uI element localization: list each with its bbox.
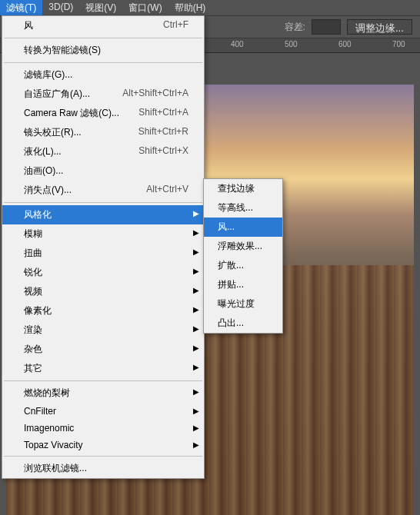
menu-filter-gallery[interactable]: 滤镜库(G)... (2, 65, 204, 85)
submenu-arrow-icon: ▶ (193, 228, 199, 237)
menu-help[interactable]: 帮助(H) (168, 0, 212, 15)
submenu-arrow-icon: ▶ (193, 248, 199, 256)
separator (4, 38, 202, 38)
menu-burning-tree[interactable]: 燃烧的梨树▶ (2, 384, 204, 403)
sub-diffuse[interactable]: 扩散... (204, 256, 282, 275)
menu-other[interactable]: 其它▶ (2, 359, 204, 378)
menu-label: 渲染 (24, 324, 42, 337)
menu-sharpen[interactable]: 锐化▶ (2, 263, 204, 282)
menu-lens-correction[interactable]: 镜头校正(R)...Shift+Ctrl+R (2, 123, 204, 142)
menu-stylize[interactable]: 风格化▶ (2, 205, 204, 224)
menu-label: 风 (24, 19, 33, 32)
menu-3d[interactable]: 3D(D) (42, 0, 79, 15)
menu-topaz[interactable]: Topaz Vivacity▶ (2, 437, 204, 454)
submenu-arrow-icon: ▶ (193, 324, 199, 333)
sub-contour[interactable]: 等高线... (204, 198, 282, 218)
shortcut: Shift+Ctrl+A (138, 107, 188, 120)
menu-label: 锐化 (24, 266, 42, 279)
filter-dropdown: 风Ctrl+F 转换为智能滤镜(S) 滤镜库(G)... 自适应广角(A)...… (2, 15, 205, 479)
ruler-tick: 400 (231, 40, 244, 48)
menu-video[interactable]: 视频▶ (2, 282, 204, 301)
sub-tiles[interactable]: 拼贴... (204, 275, 282, 294)
menu-label: 其它 (24, 362, 42, 375)
menu-label: Imagenomic (24, 423, 74, 434)
menu-label: 视频 (24, 285, 42, 298)
tolerance-label: 容差: (285, 21, 305, 34)
menu-vanishing-point[interactable]: 消失点(V)...Alt+Ctrl+V (2, 181, 204, 200)
menu-oil-paint[interactable]: 油画(O)... (2, 161, 204, 181)
submenu-arrow-icon: ▶ (193, 407, 199, 415)
submenu-arrow-icon: ▶ (193, 440, 199, 449)
menu-label: Topaz Vivacity (24, 440, 82, 450)
menu-label: 自适应广角(A)... (24, 88, 90, 101)
submenu-arrow-icon: ▶ (193, 267, 199, 275)
submenu-arrow-icon: ▶ (193, 209, 199, 218)
menu-label: 镜头校正(R)... (24, 126, 82, 139)
ruler-tick: 600 (338, 40, 352, 48)
tolerance-input[interactable] (312, 19, 341, 35)
menu-label: CnFilter (24, 406, 56, 417)
menu-label: 滤镜库(G)... (24, 68, 72, 81)
menu-label: 杂色 (24, 343, 42, 356)
shortcut: Shift+Ctrl+R (138, 126, 188, 139)
menu-camera-raw[interactable]: Camera Raw 滤镜(C)...Shift+Ctrl+A (2, 104, 204, 123)
shortcut: Alt+Shift+Ctrl+A (122, 88, 188, 101)
refine-edge-button[interactable]: 调整边缘... (347, 19, 412, 35)
submenu-arrow-icon: ▶ (193, 387, 199, 396)
menu-filter[interactable]: 滤镜(T) (0, 0, 42, 15)
menu-label: 消失点(V)... (24, 184, 72, 197)
menu-label: 浏览联机滤镜... (24, 462, 87, 475)
menu-imagenomic[interactable]: Imagenomic▶ (2, 420, 204, 437)
ruler-tick: 500 (285, 40, 298, 48)
menu-cnfilter[interactable]: CnFilter▶ (2, 403, 204, 420)
menu-window[interactable]: 窗口(W) (122, 0, 168, 15)
sub-emboss[interactable]: 浮雕效果... (204, 237, 282, 256)
sub-solarize[interactable]: 曝光过度 (204, 294, 282, 314)
menu-convert-smart[interactable]: 转换为智能滤镜(S) (2, 41, 204, 60)
menu-label: 模糊 (24, 228, 42, 241)
submenu-arrow-icon: ▶ (193, 305, 199, 314)
sub-find-edges[interactable]: 查找边缘 (204, 179, 282, 198)
submenu-arrow-icon: ▶ (193, 344, 199, 352)
submenu-arrow-icon: ▶ (193, 363, 199, 371)
menu-label: Camera Raw 滤镜(C)... (24, 107, 119, 120)
menu-noise[interactable]: 杂色▶ (2, 340, 204, 359)
sub-wind[interactable]: 风... (204, 218, 282, 237)
separator (4, 62, 202, 63)
menu-adaptive-wide[interactable]: 自适应广角(A)...Alt+Shift+Ctrl+A (2, 85, 204, 104)
stylize-submenu: 查找边缘 等高线... 风... 浮雕效果... 扩散... 拼贴... 曝光过… (203, 178, 283, 334)
ruler-tick: 700 (392, 40, 405, 48)
menu-distort[interactable]: 扭曲▶ (2, 244, 204, 263)
menu-view[interactable]: 视图(V) (79, 0, 122, 15)
menu-browse-online[interactable]: 浏览联机滤镜... (2, 459, 204, 478)
menu-label: 转换为智能滤镜(S) (24, 44, 101, 57)
menu-label: 风格化 (24, 208, 52, 221)
menu-label: 液化(L)... (24, 145, 62, 158)
sub-extrude[interactable]: 凸出... (204, 314, 282, 333)
shortcut: Alt+Ctrl+V (146, 184, 188, 197)
shortcut: Shift+Ctrl+X (138, 145, 188, 158)
menu-label: 扭曲 (24, 247, 42, 260)
menu-label: 燃烧的梨树 (24, 387, 70, 400)
menu-liquify[interactable]: 液化(L)...Shift+Ctrl+X (2, 142, 204, 161)
separator (4, 456, 202, 457)
menu-last-filter[interactable]: 风Ctrl+F (2, 16, 204, 35)
separator (4, 202, 202, 203)
submenu-arrow-icon: ▶ (193, 424, 199, 432)
menu-render[interactable]: 渲染▶ (2, 321, 204, 340)
menu-label: 油画(O)... (24, 164, 63, 178)
submenu-arrow-icon: ▶ (193, 286, 199, 294)
shortcut: Ctrl+F (163, 19, 188, 32)
menu-label: 像素化 (24, 304, 52, 317)
menu-blur[interactable]: 模糊▶ (2, 224, 204, 244)
menubar: 滤镜(T) 3D(D) 视图(V) 窗口(W) 帮助(H) (0, 0, 420, 16)
separator (4, 380, 202, 381)
menu-pixelate[interactable]: 像素化▶ (2, 301, 204, 321)
